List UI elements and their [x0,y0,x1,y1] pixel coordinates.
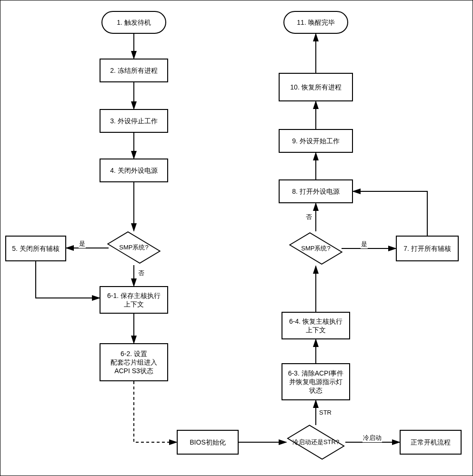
node-stop-peripherals: 3. 外设停止工作 [100,109,168,133]
node-label: SMP系统? [108,231,160,264]
node-open-aux-cores: 7. 打开所有辅核 [396,236,459,261]
node-label: SMP系统? [290,232,342,265]
node-label: 10. 恢复所有进程 [290,83,341,91]
decision-cold-or-str: 冷启动还是STR? [287,425,344,459]
node-clear-acpi-events: 6-3. 清除ACPI事件并恢复电源指示灯状态 [282,363,350,400]
node-bios-init: BIOS初始化 [177,430,239,455]
node-power-on-peripherals: 8. 打开外设电源 [279,179,353,203]
node-restore-main-context: 6-4. 恢复主核执行上下文 [282,312,350,339]
node-wakeup-complete: 11. 唤醒完毕 [283,11,348,34]
node-start-peripherals: 9. 外设开始工作 [279,129,353,153]
node-label: 6-1. 保存主核执行上下文 [104,291,163,308]
node-label: 7. 打开所有辅核 [403,244,451,253]
node-label: 9. 外设开始工作 [292,137,340,145]
decision-smp-left: SMP系统? [108,231,160,264]
node-label: 3. 外设停止工作 [110,117,158,125]
node-label: BIOS初始化 [190,438,225,446]
node-save-main-context: 6-1. 保存主核执行上下文 [100,286,168,314]
node-set-acpi-s3: 6-2. 设置 配套芯片组进入 ACPI S3状态 [100,343,168,381]
edge-label-cold: 冷启动 [362,434,382,442]
node-freeze-processes: 2. 冻结所有进程 [100,59,168,82]
edge-label-yes-left: 是 [79,239,86,248]
flowchart-canvas: 1. 触发待机 2. 冻结所有进程 3. 外设停止工作 4. 关闭外设电源 SM… [0,0,473,476]
node-label: 5. 关闭所有辅核 [12,244,60,253]
node-normal-boot: 正常开机流程 [400,430,462,455]
node-label: 冷启动还是STR? [287,425,344,459]
edge-label-no-right: 否 [305,213,312,221]
edge-label-yes-right: 是 [361,240,368,248]
edge-label-no-left: 否 [138,269,145,278]
node-label: 1. 触发待机 [117,18,151,27]
node-label: 6-2. 设置 配套芯片组进入 ACPI S3状态 [111,349,157,376]
node-label: 6-4. 恢复主核执行上下文 [286,317,345,334]
node-trigger-standby: 1. 触发待机 [101,11,166,34]
node-power-off-peripherals: 4. 关闭外设电源 [100,159,168,182]
node-label: 4. 关闭外设电源 [110,166,158,175]
node-label: 2. 冻结所有进程 [110,66,158,75]
node-label: 11. 唤醒完毕 [297,18,334,27]
edge-label-str: STR [319,409,332,416]
node-resume-processes: 10. 恢复所有进程 [279,73,353,101]
node-label: 正常开机流程 [411,438,451,446]
node-label: 6-3. 清除ACPI事件并恢复电源指示灯状态 [286,369,345,395]
decision-smp-right: SMP系统? [290,232,342,265]
node-close-aux-cores: 5. 关闭所有辅核 [5,236,66,261]
node-label: 8. 打开外设电源 [292,187,340,196]
